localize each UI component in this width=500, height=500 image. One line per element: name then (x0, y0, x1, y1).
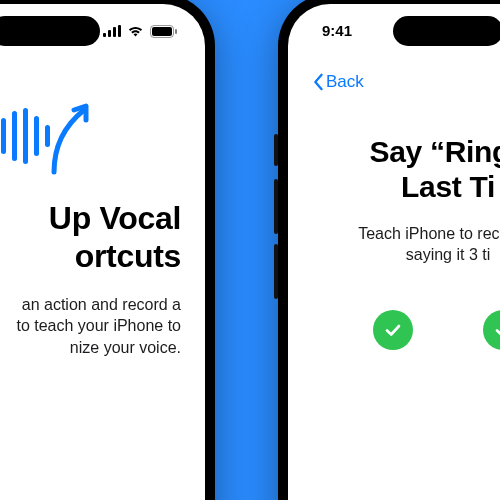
progress-checks (312, 266, 500, 350)
wifi-icon (127, 25, 144, 37)
dynamic-island (393, 16, 500, 46)
chevron-left-icon (312, 73, 324, 91)
page-title: Up Vocal ortcuts (0, 194, 181, 276)
phone-left: Up Vocal ortcuts an action and record a … (0, 0, 215, 500)
checkmark-icon (493, 320, 500, 340)
screen-right: 9:41 Back Say “Rings Last Ti (288, 4, 500, 500)
svg-rect-2 (113, 27, 116, 37)
phone-right: 9:41 Back Say “Rings Last Ti (278, 0, 500, 500)
onboarding-content: Up Vocal ortcuts an action and record a … (0, 66, 205, 358)
title-line1: Say “Rings (369, 135, 500, 168)
svg-rect-0 (103, 33, 106, 37)
status-right (103, 25, 177, 38)
sub-l2: saying it 3 ti (406, 246, 490, 263)
check-1 (373, 310, 413, 350)
check-2 (483, 310, 500, 350)
title-line1: Up Vocal (49, 200, 181, 236)
page-subtitle: Teach iPhone to recogniz saying it 3 ti (312, 205, 500, 266)
status-time: 9:41 (322, 22, 352, 39)
svg-rect-3 (118, 25, 121, 37)
sub-l1: Teach iPhone to recogniz (358, 225, 500, 242)
side-button-mute (274, 134, 278, 166)
svg-rect-6 (175, 29, 177, 34)
back-button[interactable]: Back (312, 66, 500, 106)
page-subtitle: an action and record a to teach your iPh… (0, 276, 181, 359)
battery-icon (150, 25, 177, 38)
svg-rect-5 (152, 27, 172, 36)
sub-l2: to teach your iPhone to (16, 317, 181, 334)
dynamic-island (0, 16, 100, 46)
sub-l3: nize your voice. (70, 339, 181, 356)
checkmark-icon (383, 320, 403, 340)
sub-l1: an action and record a (22, 296, 181, 313)
training-content: Back Say “Rings Last Ti Teach iPhone to … (288, 66, 500, 350)
cell-signal-icon (103, 25, 121, 37)
vocal-shortcuts-hero-icon (0, 66, 181, 194)
svg-rect-1 (108, 30, 111, 37)
side-button-vol-up (274, 179, 278, 234)
screen-left: Up Vocal ortcuts an action and record a … (0, 4, 205, 500)
back-label: Back (326, 72, 364, 92)
title-line2: Last Ti (401, 170, 495, 203)
title-line2: ortcuts (75, 238, 181, 274)
side-button-vol-down (274, 244, 278, 299)
page-title: Say “Rings Last Ti (312, 106, 500, 205)
